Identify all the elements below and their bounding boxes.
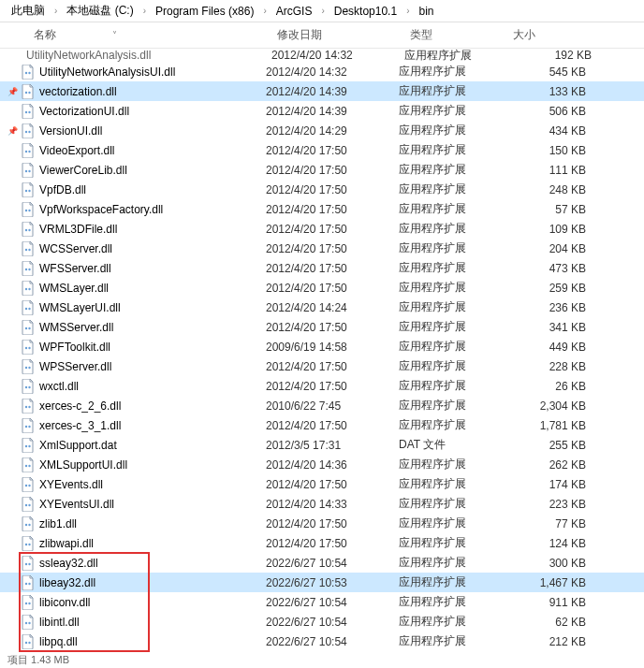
file-row[interactable]: WMSLayer.dll2012/4/20 17:50应用程序扩展259 KB — [0, 278, 644, 298]
file-name: VRML3DFile.dll — [39, 223, 117, 236]
file-date: 2012/4/20 17:50 — [266, 223, 399, 236]
file-type: DAT 文件 — [399, 437, 502, 453]
column-headers: 名称 ˅ 修改日期 类型 大小 — [0, 22, 644, 49]
column-type[interactable]: 类型 — [402, 27, 505, 43]
file-type: 应用程序扩展 — [399, 594, 502, 610]
file-icon — [21, 65, 36, 80]
file-name: VectorizationUI.dll — [39, 105, 129, 118]
file-icon — [21, 418, 36, 433]
file-icon — [21, 163, 36, 178]
breadcrumb[interactable]: 此电脑›本地磁盘 (C:)›Program Files (x86)›ArcGIS… — [0, 0, 644, 22]
file-name: VideoExport.dll — [39, 144, 115, 157]
file-size: 248 KB — [502, 183, 586, 196]
file-date: 2012/4/20 17:50 — [266, 478, 399, 491]
file-icon — [21, 84, 36, 99]
file-date: 2012/4/20 14:39 — [266, 85, 399, 98]
file-row[interactable]: WMSServer.dll2012/4/20 17:50应用程序扩展341 KB — [0, 317, 644, 337]
sort-arrow-icon: ˅ — [112, 30, 117, 40]
file-icon — [21, 143, 36, 158]
file-row[interactable]: VpfDB.dll2012/4/20 17:50应用程序扩展248 KB — [0, 180, 644, 199]
file-row[interactable]: XYEvents.dll2012/4/20 17:50应用程序扩展174 KB — [0, 474, 644, 494]
column-date[interactable]: 修改日期 — [270, 27, 402, 43]
breadcrumb-segment[interactable]: bin — [415, 5, 437, 18]
file-row[interactable]: xerces-c_3_1.dll2012/4/20 17:50应用程序扩展1,7… — [0, 415, 644, 435]
file-icon — [21, 516, 36, 531]
file-name-cell: xerces-c_3_1.dll — [21, 418, 266, 433]
file-icon — [21, 202, 36, 217]
file-icon — [21, 595, 36, 610]
file-name: vectorization.dll — [39, 85, 117, 98]
file-name-cell: ViewerCoreLib.dll — [21, 163, 266, 178]
file-list[interactable]: UtilityNetworkAnalysisUI.dll2012/4/20 14… — [0, 62, 644, 651]
file-name-cell: WFSServer.dll — [21, 261, 266, 276]
file-type: 应用程序扩展 — [399, 574, 502, 590]
file-size: 192 KB — [507, 49, 592, 62]
file-row[interactable]: VRML3DFile.dll2012/4/20 17:50应用程序扩展109 K… — [0, 219, 644, 239]
file-row[interactable]: VideoExport.dll2012/4/20 17:50应用程序扩展150 … — [0, 140, 644, 160]
file-type: 应用程序扩展 — [404, 49, 507, 62]
file-icon — [21, 556, 36, 571]
file-name-cell: XMLSupportUI.dll — [21, 457, 266, 472]
column-size[interactable]: 大小 — [505, 27, 599, 43]
file-row[interactable]: wxctl.dll2012/4/20 17:50应用程序扩展26 KB — [0, 376, 644, 396]
file-row[interactable]: XYEventsUI.dll2012/4/20 14:33应用程序扩展223 K… — [0, 494, 644, 514]
breadcrumb-segment[interactable]: Desktop10.1 — [330, 5, 401, 18]
file-type: 应用程序扩展 — [399, 299, 502, 315]
file-name: VpfWorkspaceFactory.dll — [39, 203, 163, 216]
file-row[interactable]: WPSServer.dll2012/4/20 17:50应用程序扩展228 KB — [0, 356, 644, 376]
file-row[interactable]: libintl.dll2022/6/27 10:54应用程序扩展62 KB — [0, 612, 644, 632]
file-size: 911 KB — [502, 596, 586, 609]
file-row[interactable]: UtilityNetworkAnalysisUI.dll2012/4/20 14… — [0, 62, 644, 81]
file-row[interactable]: libiconv.dll2022/6/27 10:54应用程序扩展911 KB — [0, 592, 644, 612]
file-row[interactable]: zlib1.dll2012/4/20 17:50应用程序扩展77 KB — [0, 514, 644, 533]
chevron-right-icon: › — [257, 6, 271, 16]
file-name-cell: libpq.dll — [21, 634, 266, 649]
file-size: 262 KB — [502, 458, 586, 472]
column-name-label: 名称 — [34, 27, 56, 43]
file-row[interactable]: VpfWorkspaceFactory.dll2012/4/20 17:50应用… — [0, 199, 644, 219]
file-row[interactable]: xerces-c_2_6.dll2010/6/22 7:45应用程序扩展2,30… — [0, 396, 644, 415]
column-name[interactable]: 名称 ˅ — [26, 27, 270, 43]
breadcrumb-segment[interactable]: 此电脑 — [7, 3, 49, 19]
file-row[interactable]: XMLSupportUI.dll2012/4/20 14:36应用程序扩展262… — [0, 455, 644, 474]
file-name: ViewerCoreLib.dll — [39, 164, 127, 177]
file-name-cell: VersionUI.dll — [21, 123, 266, 138]
file-icon — [21, 182, 36, 197]
file-icon — [21, 104, 36, 119]
file-name: WPFToolkit.dll — [39, 341, 110, 354]
file-row[interactable]: zlibwapi.dll2012/4/20 17:50应用程序扩展124 KB — [0, 533, 644, 553]
file-size: 223 KB — [502, 498, 586, 511]
file-row[interactable]: 📌vectorization.dll2012/4/20 14:39应用程序扩展1… — [0, 81, 644, 101]
file-name-cell: UtilityNetworkAnalysisUI.dll — [21, 65, 266, 80]
file-row[interactable]: ViewerCoreLib.dll2012/4/20 17:50应用程序扩展11… — [0, 160, 644, 180]
file-row[interactable]: ssleay32.dll2022/6/27 10:54应用程序扩展300 KB — [0, 553, 644, 573]
file-row[interactable]: XmlSupport.dat2012/3/5 17:31DAT 文件255 KB — [0, 435, 644, 455]
file-date: 2012/4/20 17:50 — [266, 164, 399, 177]
file-row[interactable]: WPFToolkit.dll2009/6/19 14:58应用程序扩展449 K… — [0, 337, 644, 356]
file-row[interactable]: WCSServer.dll2012/4/20 17:50应用程序扩展204 KB — [0, 239, 644, 258]
file-row[interactable]: libpq.dll2022/6/27 10:54应用程序扩展212 KB — [0, 632, 644, 651]
file-icon — [21, 477, 36, 492]
file-icon — [21, 281, 36, 296]
file-size: 545 KB — [502, 65, 586, 79]
file-row[interactable]: 📌VersionUI.dll2012/4/20 14:29应用程序扩展434 K… — [0, 121, 644, 140]
breadcrumb-segment[interactable]: ArcGIS — [272, 5, 316, 18]
file-name-cell: XYEventsUI.dll — [21, 497, 266, 512]
file-type: 应用程序扩展 — [399, 260, 502, 276]
file-name-cell: vectorization.dll — [21, 84, 266, 99]
file-name: UtilityNetworkAnalysisUI.dll — [39, 65, 175, 79]
file-size: 255 KB — [502, 439, 586, 452]
file-name-cell: WMSLayerUI.dll — [21, 300, 266, 315]
file-row[interactable]: WMSLayerUI.dll2012/4/20 14:24应用程序扩展236 K… — [0, 298, 644, 317]
file-row[interactable]: WFSServer.dll2012/4/20 17:50应用程序扩展473 KB — [0, 258, 644, 278]
file-name: XYEventsUI.dll — [39, 498, 114, 511]
file-row[interactable]: VectorizationUI.dll2012/4/20 14:39应用程序扩展… — [0, 101, 644, 121]
file-size: 1,467 KB — [502, 576, 586, 589]
file-size: 2,304 KB — [502, 399, 586, 413]
file-type: 应用程序扩展 — [399, 496, 502, 512]
breadcrumb-segment[interactable]: Program Files (x86) — [152, 5, 257, 18]
file-row[interactable]: libeay32.dll2022/6/27 10:53应用程序扩展1,467 K… — [0, 573, 644, 592]
file-date: 2012/4/20 17:50 — [266, 517, 399, 530]
breadcrumb-segment[interactable]: 本地磁盘 (C:) — [63, 3, 137, 19]
file-list-area: UtilityNetworkAnalysis.dll 2012/4/20 14:… — [0, 49, 644, 651]
